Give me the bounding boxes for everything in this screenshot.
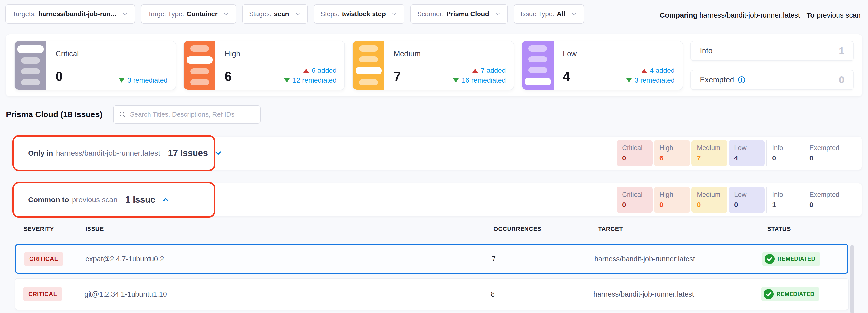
scan-results-screen: Targets: harness/bandit-job-run... Targe…	[0, 0, 868, 313]
increase-triangle-icon	[304, 69, 309, 73]
low-count-pill: Low 4	[729, 140, 765, 166]
decrease-triangle-icon	[284, 78, 290, 82]
high-card-title: High	[225, 49, 241, 58]
medium-summary-card[interactable]: Medium 7 7 added 16 remediated	[353, 41, 514, 90]
medium-count-pill: Medium 0	[691, 187, 727, 213]
check-circle-icon	[764, 253, 775, 264]
info-icon[interactable]	[738, 76, 746, 84]
group-target: previous scan	[72, 196, 118, 204]
chevron-down-icon	[223, 11, 229, 17]
info-exempted-column: Info 1 Exempted 0	[691, 41, 853, 90]
exempted-card-count: 0	[839, 74, 844, 85]
critical-severity-icon	[15, 41, 46, 90]
medium-severity-icon	[353, 41, 384, 90]
decrease-triangle-icon	[453, 78, 459, 82]
severity-column-header: SEVERITY	[24, 225, 54, 233]
medium-count-pill: Medium 7	[691, 140, 727, 166]
stages-filter[interactable]: Stages: scan	[242, 4, 308, 24]
medium-card-title: Medium	[394, 49, 421, 58]
chevron-down-icon	[122, 11, 128, 17]
status-badge: REMEDIATED	[761, 287, 819, 302]
medium-card-count: 7	[394, 69, 401, 84]
search-icon	[119, 110, 126, 118]
occurrences-column-header: OCCURRENCES	[494, 225, 541, 233]
critical-count-pill: Critical 0	[617, 187, 653, 213]
steps-filter-value: twistlock step	[342, 10, 386, 18]
low-severity-icon	[522, 41, 554, 90]
common-to-group-toggle[interactable]: Common to previous scan 1 Issue	[28, 195, 170, 205]
info-card-count: 1	[839, 45, 844, 57]
issues-search-box[interactable]	[113, 105, 261, 124]
comparing-label: Comparing	[660, 11, 698, 19]
medium-remediated-link[interactable]: 16 remediated	[453, 76, 505, 84]
group-issue-count: 1 Issue	[125, 195, 155, 205]
steps-filter-label: Steps:	[321, 10, 340, 18]
group-prefix: Common to	[28, 196, 69, 204]
chevron-down-icon	[214, 149, 222, 158]
exempted-summary-card[interactable]: Exempted 0	[691, 70, 853, 90]
high-summary-card[interactable]: High 6 6 added 12 remediated	[184, 41, 345, 90]
high-card-count: 6	[225, 69, 232, 84]
chevron-down-icon	[571, 11, 577, 17]
comparing-summary: Comparing harness/bandit-job-runner:late…	[660, 11, 861, 20]
issue-type-filter-value: All	[557, 10, 565, 18]
group-severity-pills: Critical 0 High 6 Medium 7 Low 4 Info 0 …	[617, 140, 847, 166]
critical-remediated-link[interactable]: 3 remediated	[119, 76, 167, 84]
comparing-target: harness/bandit-job-runner:latest	[699, 11, 800, 19]
group-severity-pills: Critical 0 High 0 Medium 0 Low 0 Info 1 …	[617, 187, 847, 213]
decrease-triangle-icon	[626, 78, 632, 82]
low-remediated-link[interactable]: 3 remediated	[626, 76, 675, 84]
only-in-group-toggle[interactable]: Only in harness/bandit-job-runner:latest…	[28, 148, 222, 158]
target-type-filter[interactable]: Target Type: Container	[141, 4, 236, 24]
info-summary-card[interactable]: Info 1	[691, 41, 853, 61]
info-card-label: Info	[700, 46, 713, 55]
target-column-header: TARGET	[598, 225, 623, 233]
table-row-expat[interactable]: CRITICAL expat@2.4.7-1ubuntu0.2 7 harnes…	[15, 244, 848, 274]
target-name: harness/bandit-job-runner:latest	[593, 290, 694, 298]
severity-summary-strip: Critical 0 3 remediated High 6	[6, 34, 862, 96]
occurrences-count: 7	[492, 255, 496, 263]
targets-filter[interactable]: Targets: harness/bandit-job-run...	[5, 4, 135, 24]
low-count-pill: Low 0	[729, 187, 765, 213]
vertical-scrollbar-thumb[interactable]	[850, 245, 854, 313]
issues-search-input[interactable]	[130, 111, 255, 118]
high-remediated-link[interactable]: 12 remediated	[284, 76, 337, 84]
low-card-title: Low	[563, 49, 577, 58]
issue-type-filter[interactable]: Issue Type: All	[514, 4, 584, 24]
scanner-filter-label: Scanner:	[417, 10, 444, 18]
severity-badge: CRITICAL	[23, 287, 62, 301]
high-added-link[interactable]: 6 added	[304, 67, 337, 74]
stages-filter-value: scan	[274, 10, 289, 18]
scanner-filter[interactable]: Scanner: Prisma Cloud	[410, 4, 508, 24]
decrease-triangle-icon	[119, 78, 124, 82]
common-to-group-row: Common to previous scan 1 Issue Critical…	[12, 183, 862, 216]
critical-count-pill: Critical 0	[617, 140, 653, 166]
status-column-header: STATUS	[767, 225, 791, 233]
severity-badge: CRITICAL	[24, 252, 63, 266]
chevron-down-icon	[294, 11, 301, 17]
steps-filter[interactable]: Steps: twistlock step	[314, 4, 404, 24]
low-summary-card[interactable]: Low 4 4 added 3 remediated	[522, 41, 683, 90]
group-issue-count: 17 Issues	[168, 148, 208, 158]
target-name: harness/bandit-job-runner:latest	[594, 255, 695, 263]
group-target: harness/bandit-job-runner:latest	[56, 149, 160, 157]
check-circle-icon	[763, 289, 774, 300]
chevron-down-icon	[391, 11, 398, 17]
issues-table-header: SEVERITY ISSUE OCCURRENCES TARGET STATUS	[0, 225, 868, 234]
status-badge: REMEDIATED	[762, 252, 820, 266]
critical-card-count: 0	[56, 69, 63, 84]
group-prefix: Only in	[28, 149, 53, 157]
issue-type-filter-label: Issue Type:	[521, 10, 555, 18]
exempted-count-pill: Exempted 0	[804, 187, 847, 213]
targets-filter-label: Targets:	[12, 10, 36, 18]
critical-summary-card[interactable]: Critical 0 3 remediated	[15, 41, 176, 90]
scanner-filter-value: Prisma Cloud	[446, 10, 489, 18]
medium-added-link[interactable]: 7 added	[472, 67, 505, 74]
increase-triangle-icon	[642, 69, 647, 73]
low-card-count: 4	[563, 69, 570, 84]
low-added-link[interactable]: 4 added	[642, 67, 675, 74]
high-count-pill: High 6	[654, 140, 690, 166]
comparing-baseline: previous scan	[816, 11, 861, 19]
table-row-git[interactable]: CRITICAL git@1:2.34.1-1ubuntu1.10 8 harn…	[15, 279, 848, 310]
target-type-filter-value: Container	[187, 10, 218, 18]
